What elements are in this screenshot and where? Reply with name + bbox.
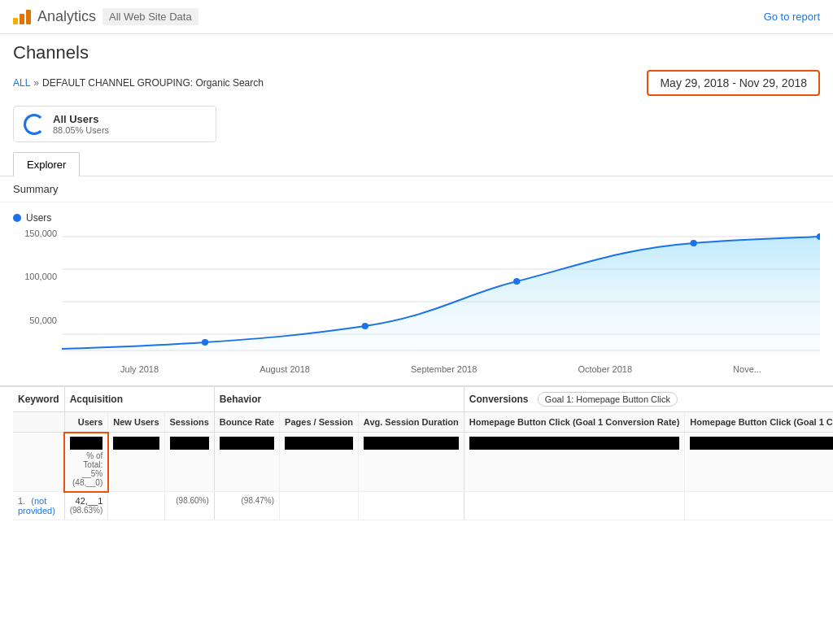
y-label-50k: 50,000 [13,315,57,325]
sh-users: Users [64,412,108,433]
bar2-icon [20,14,24,24]
row1-bounce: (98.47%) [214,492,279,520]
sh-pages-session: Pages / Session [280,412,359,433]
total-keyword [13,433,64,492]
sh-new-users: New Users [108,412,164,433]
row1-pages [280,492,359,520]
row1-keyword[interactable]: 1. (not provided) [13,492,64,520]
sh-bounce-rate: Bounce Rate [214,412,279,433]
svg-point-8 [691,240,697,246]
segment-sub: 88.05% Users [53,125,109,135]
th-behavior: Behavior [214,387,464,412]
row1-bounce-pct: (98.47%) [220,496,274,505]
total-bounce-value [220,437,274,450]
segment-icon [24,114,45,135]
y-label-150k: 150,000 [13,228,57,238]
th-keyword: Keyword [13,387,64,412]
total-hbc-rate-value [469,437,680,450]
bar1-icon [13,18,18,24]
x-label-oct: October 2018 [578,364,632,374]
row1-users-pct: (98.63%) [70,506,103,515]
total-row: % ofTotal:__5%(48,__0) [13,433,833,492]
legend-dot [13,214,21,222]
total-hbc-comp-value [690,437,833,450]
x-label-aug: August 2018 [259,364,310,374]
logo: Analytics All Web Site Data [13,8,198,25]
row1-hbc-rate [464,492,685,520]
sh-keyword [13,412,64,433]
breadcrumb: ALL » DEFAULT CHANNEL GROUPING: Organic … [13,77,264,89]
row1-users: 42,__1 (98.63%) [64,492,108,520]
total-bounce [214,433,279,492]
row1-sessions-pct: (98.60%) [170,496,209,505]
row1-new-users [108,492,164,520]
svg-point-7 [513,278,520,285]
total-pages [280,433,359,492]
sh-hbc-completions: Homepage Button Click (Goal 1 Completion… [685,412,833,433]
summary-label: Summary [0,176,833,202]
header: Analytics All Web Site Data Go to report [0,0,833,34]
chart-wrapper: 150,000 100,000 50,000 [13,228,820,374]
segment-info: All Users 88.05% Users [53,113,109,135]
th-conversions: Conversions Goal 1: Homepage Button Clic… [464,387,833,412]
data-table: Keyword Acquisition Behavior Conversions… [13,387,833,520]
row1-users-val: 42,__1 [70,496,103,506]
total-new-users-value [113,437,159,450]
segment-label: All Users [53,113,109,125]
sh-hbc-rate: Homepage Button Click (Goal 1 Conversion… [464,412,685,433]
bar3-icon [26,10,31,24]
y-axis: 150,000 100,000 50,000 [13,228,62,359]
explorer-tab[interactable]: Explorer [13,152,80,176]
breadcrumb-separator: » [33,77,39,89]
table-row: 1. (not provided) 42,__1 (98.63%) (98.60… [13,492,833,520]
row1-sessions: (98.60%) [164,492,214,520]
svg-point-5 [202,339,208,346]
x-label-nov: Nove... [733,364,761,374]
logo-icon [13,10,31,24]
segment-section: All Users 88.05% Users [0,99,833,149]
conversions-label: Conversions [469,394,529,405]
total-users-pct: % ofTotal:__5%(48,__0) [70,451,103,487]
x-label-jul: July 2018 [120,364,159,374]
svg-point-6 [362,323,369,329]
th-acquisition: Acquisition [64,387,214,412]
breadcrumb-date-row: ALL » DEFAULT CHANNEL GROUPING: Organic … [0,67,833,99]
total-hbc-comp-pct: (0.00%) [690,451,833,460]
chart-svg-container: July 2018 August 2018 September 2018 Oct… [62,228,820,374]
row-number: 1. [18,496,25,506]
total-sessions-value [170,437,209,450]
group-header-row: Keyword Acquisition Behavior Conversions… [13,387,833,412]
goal-badge[interactable]: Goal 1: Homepage Button Click [538,392,678,407]
x-axis: July 2018 August 2018 September 2018 Oct… [62,361,820,374]
segment-box[interactable]: All Users 88.05% Users [13,106,216,142]
property-name: All Web Site Data [102,8,198,25]
chart-svg [62,228,820,359]
y-label-100k: 100,000 [13,272,57,281]
sh-sessions: Sessions [164,412,214,433]
breadcrumb-current: DEFAULT CHANNEL GROUPING: Organic Search [42,77,264,89]
app-name: Analytics [37,8,96,25]
legend-label: Users [26,212,51,224]
total-new-users [108,433,164,492]
total-pages-value [285,437,353,450]
chart-area: Users 150,000 100,000 50,000 [0,202,833,377]
chart-legend: Users [13,212,820,224]
sub-header-row: Users New Users Sessions Bounce Rate Pag… [13,412,833,433]
total-hbc-rate [464,433,685,492]
row1-hbc-comp: (0.00%) [685,492,833,520]
total-users-value [70,437,103,450]
total-hbc-comp: (0.00%) [685,433,833,492]
table-section: Keyword Acquisition Behavior Conversions… [0,385,833,520]
date-range-box[interactable]: May 29, 2018 - Nov 29, 2018 [647,70,820,96]
total-avg [358,433,464,492]
total-sessions [164,433,214,492]
total-avg-value [364,437,459,450]
page-title-section: Channels [0,34,833,67]
breadcrumb-all[interactable]: ALL [13,77,30,89]
sh-avg-session: Avg. Session Duration [358,412,464,433]
row1-avg [358,492,464,520]
tab-bar: Explorer [0,152,833,176]
row1-hbc-comp-pct: (0.00%) [690,496,833,505]
go-to-report-link[interactable]: Go to report [764,11,820,23]
total-users: % ofTotal:__5%(48,__0) [64,433,108,492]
